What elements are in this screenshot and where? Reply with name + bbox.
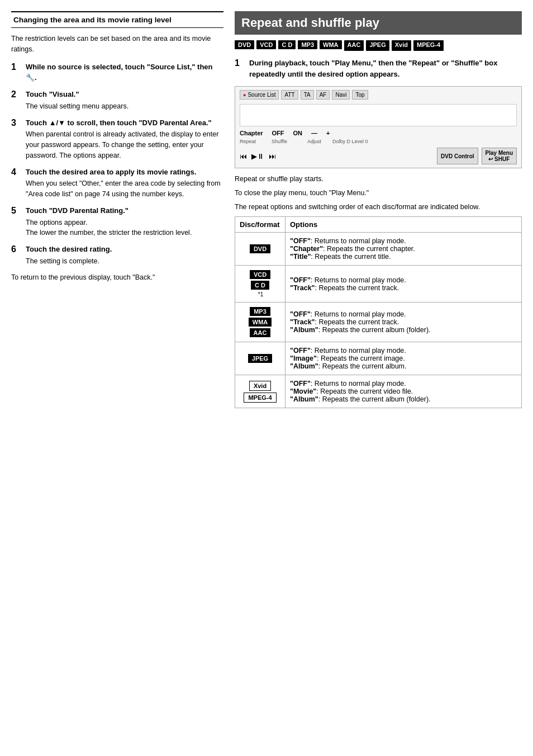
dolby-label: Dolby D Level 0 [332,139,368,144]
disc-cell-2: MP3WMAAAC [235,303,285,342]
step-1-header: While no source is selected, touch "Sour… [26,63,213,82]
plus-control: + [326,130,330,136]
format-badge: AAC [344,40,364,51]
left-step-5: 5 Touch "DVD Parental Rating." The optio… [11,205,223,238]
player-top-bar: Source List ATT TA AF Navi Top [240,90,517,100]
format-badge: MP3 [298,40,317,49]
options-table: Disc/format Options DVD"OFF": Returns to… [235,216,522,408]
plus-label: + [326,130,330,136]
top-button[interactable]: Top [352,90,368,100]
off-control: OFF [272,130,284,136]
disc-badge: JPEG [248,354,272,363]
player-display [240,104,517,126]
chapter-label: Chapter [240,130,263,136]
options-cell-3: "OFF": Returns to normal play mode."Imag… [285,342,522,375]
step-6-number: 6 [11,243,22,267]
disc-cell-3: JPEG [235,342,285,375]
note1: Repeat or shuffle play starts. [235,174,522,185]
source-list-button[interactable]: Source List [240,90,279,100]
options-cell-0: "OFF": Returns to normal play mode."Chap… [285,233,522,266]
note2: To close the play menu, touch "Play Menu… [235,188,522,199]
table-row: XvidMPEG-4"OFF": Returns to normal play … [235,375,522,408]
disc-badge: WMA [249,318,272,327]
step-2-body: The visual setting menu appears. [26,101,223,112]
att-button[interactable]: ATT [281,90,298,100]
shuffle-label: Shuffle [272,139,287,144]
next-button[interactable]: ⏭ [269,152,276,160]
play-menu-button[interactable]: Play Menu↩ SHUF [482,148,517,164]
step-1-number: 1 [11,60,22,84]
asterisk-note: *1 [258,291,263,297]
col-disc-format: Disc/format [235,217,285,233]
adjust-label: Adjust [307,139,321,144]
step-5-header: Touch "DVD Parental Rating." [26,206,129,215]
table-row: VCDC D*1"OFF": Returns to normal play mo… [235,266,522,303]
navi-button[interactable]: Navi [332,90,350,100]
off-label: OFF [272,130,284,136]
step-2-header: Touch "Visual." [26,90,79,98]
step-2-number: 2 [11,88,22,112]
format-badge: MPEG-4 [413,40,444,51]
format-badge: JPEG [366,40,389,51]
note3: The repeat options and switching order o… [235,202,522,212]
step-5-number: 5 [11,204,22,238]
dash-control: — [311,130,317,136]
disc-cell-1: VCDC D*1 [235,266,285,303]
step-5-body: The options appear.The lower the number,… [26,218,223,239]
left-step-6: 6 Touch the desired rating. The setting … [11,244,223,267]
disc-badge: DVD [250,244,270,253]
table-row: DVD"OFF": Returns to normal play mode."C… [235,233,522,266]
dvd-control-button[interactable]: DVD Control [437,148,478,164]
prev-button[interactable]: ⏮ [240,152,247,160]
options-cell-4: "OFF": Returns to normal play mode."Movi… [285,375,522,408]
left-intro: The restriction levels can be set based … [11,34,223,55]
format-badge: WMA [320,40,342,49]
left-step-2: 2 Touch "Visual." The visual setting men… [11,89,223,112]
af-button[interactable]: AF [316,90,330,100]
format-badge: Xvid [392,40,411,51]
left-column: Changing the area and its movie rating l… [11,11,223,745]
disc-cell-4: XvidMPEG-4 [235,375,285,408]
options-cell-1: "OFF": Returns to normal play mode."Trac… [285,266,522,303]
ta-button[interactable]: TA [301,90,314,100]
dash-label: — [311,130,317,136]
play-pause-button[interactable]: ▶⏸ [251,152,264,160]
step-4-header: Touch the desired area to apply its movi… [26,168,196,176]
left-step-1: 1 While no source is selected, touch "So… [11,62,223,84]
options-cell-2: "OFF": Returns to normal play mode."Trac… [285,303,522,342]
format-badge: DVD [235,40,254,49]
step-4-number: 4 [11,166,22,200]
format-badges-row1: DVDVCDC DMP3WMAAACJPEGXvidMPEG-4 [235,40,522,51]
step-3-number: 3 [11,116,22,161]
step-4-body: When you select "Other," enter the area … [26,178,223,200]
step-3-header: Touch ▲/▼ to scroll, then touch "DVD Par… [26,119,212,127]
chapter-control: Chapter [240,130,263,136]
left-step-4: 4 Touch the desired area to apply its mo… [11,167,223,200]
disc-badge: VCD [250,270,270,279]
disc-badge: MPEG-4 [244,393,276,403]
format-badge: C D [278,40,296,49]
right-step1: 1 During playback, touch "Play Menu," th… [235,58,522,79]
disc-badge: C D [251,281,269,290]
table-row: MP3WMAAAC"OFF": Returns to normal play m… [235,303,522,342]
disc-badge: AAC [250,328,271,337]
left-footer-note: To return to the previous display, touch… [11,272,223,283]
left-steps-list: 1 While no source is selected, touch "So… [11,62,223,267]
right-step1-number: 1 [235,56,246,79]
step-6-header: Touch the desired rating. [26,245,112,253]
left-step-3: 3 Touch ▲/▼ to scroll, then touch "DVD P… [11,117,223,161]
right-column: Repeat and shuffle play DVDVCDC DMP3WMAA… [235,11,522,745]
on-label: ON [293,130,303,136]
right-section-title: Repeat and shuffle play [235,11,522,35]
disc-cell-0: DVD [235,233,285,266]
disc-badge: MP3 [250,307,270,316]
step-6-body: The setting is complete. [26,256,223,267]
disc-badge: Xvid [249,381,271,391]
left-section-title: Changing the area and its movie rating l… [11,11,223,28]
on-control: ON [293,130,303,136]
step-3-body: When parental control is already activat… [26,129,223,160]
right-step1-header: During playback, touch "Play Menu," then… [249,59,497,78]
format-badge: VCD [256,40,276,49]
col-options: Options [285,217,522,233]
table-row: JPEG"OFF": Returns to normal play mode."… [235,342,522,375]
